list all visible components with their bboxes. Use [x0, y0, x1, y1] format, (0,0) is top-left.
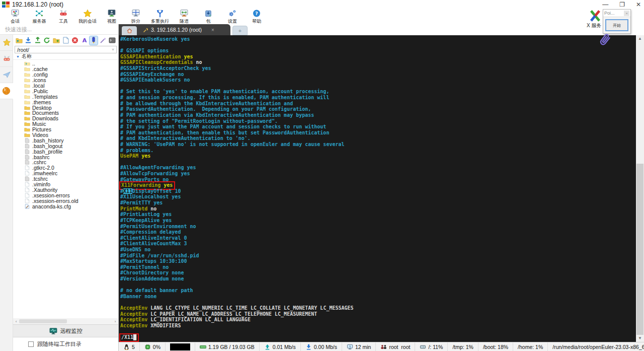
- terminal-line: #VersionAddendum none: [120, 276, 636, 282]
- tab-close-icon[interactable]: ×: [211, 27, 214, 33]
- filetool-download-button[interactable]: [25, 36, 33, 45]
- filetool-exec-button[interactable]: [108, 36, 116, 45]
- file-row[interactable]: .gtkrc-2.0: [13, 165, 118, 171]
- scroll-left-icon[interactable]: ‹: [13, 319, 19, 324]
- terminal-line: #X11UseLocalhost yes: [120, 194, 636, 200]
- file-icon: [24, 193, 30, 198]
- horizontal-scrollbar[interactable]: ‹ ›: [13, 318, 118, 324]
- follow-terminal-dir-checkbox[interactable]: [28, 341, 34, 347]
- file-row[interactable]: .Templates: [13, 94, 118, 99]
- terminal-line: #PidFile /var/run/sshd.pid: [120, 253, 636, 259]
- terminal[interactable]: #KerberosUseKuserok yes # GSSAPI options…: [119, 35, 636, 342]
- file-row[interactable]: .xsession-errors.old: [13, 198, 118, 203]
- file-row[interactable]: .imwheelrc: [13, 171, 118, 176]
- file-row[interactable]: .cshrc: [13, 160, 118, 165]
- file-row[interactable]: .cache: [13, 66, 118, 72]
- terminal-scrollbar[interactable]: ▲ ▼: [636, 35, 644, 342]
- file-row[interactable]: .xsession-errors: [13, 192, 118, 198]
- filetool-edit-button[interactable]: [90, 36, 98, 45]
- file-row[interactable]: Music: [13, 121, 118, 127]
- file-row[interactable]: anaconda-ks.cfg: [13, 203, 118, 209]
- file-row[interactable]: ..: [13, 61, 118, 66]
- file-row[interactable]: .bashrc: [13, 154, 118, 160]
- file-list: ...cache.config.icons.local.Public.Templ…: [13, 61, 118, 318]
- filetool-new-folder-button[interactable]: [52, 36, 60, 45]
- sidebar-tab-tools[interactable]: [0, 51, 13, 67]
- toolbar-tools-button[interactable]: 工具: [51, 9, 75, 24]
- filetool-delete-button[interactable]: [71, 36, 79, 45]
- close-button[interactable]: ✕: [636, 1, 641, 8]
- chevron-down-icon: ˅: [112, 47, 114, 52]
- file-list-header[interactable]: ▼ 名称: [13, 53, 118, 60]
- file-icon: [24, 204, 30, 209]
- terminal-line: #PermitTTY yes: [120, 200, 636, 206]
- filetool-parent-dir-button[interactable]: [15, 36, 23, 45]
- minimize-button[interactable]: —: [602, 1, 608, 8]
- xserver-icon[interactable]: [589, 10, 602, 22]
- toolbar-session-button[interactable]: 会话: [3, 9, 27, 24]
- svg-text:?: ?: [255, 11, 258, 16]
- popup-close-icon[interactable]: ×: [624, 11, 629, 16]
- file-row[interactable]: Downloads: [13, 116, 118, 121]
- file-row[interactable]: .viminfo: [13, 182, 118, 187]
- toolbar-view-button[interactable]: 视图: [100, 9, 124, 24]
- file-row[interactable]: .Xauthority: [13, 187, 118, 192]
- status-uptime: 12 min: [342, 342, 376, 351]
- toolbar-multiexec-button[interactable]: 多重执行: [148, 9, 172, 24]
- toolbar-help-button[interactable]: ?帮助: [245, 9, 269, 24]
- sidebar-tab-sftp[interactable]: [0, 83, 13, 99]
- sidebar-tabstrip: [0, 35, 13, 351]
- file-row[interactable]: Pictures: [13, 127, 118, 132]
- filetool-wand-button[interactable]: [99, 36, 107, 45]
- maximize-button[interactable]: ❐: [619, 1, 625, 8]
- home-tab[interactable]: [122, 26, 137, 35]
- terminal-line: AcceptEnv XMODIFIERS: [120, 323, 636, 329]
- terminal-line: #GSSAPIStrictAcceptorCheck yes: [120, 65, 636, 72]
- toolbar-servers-button[interactable]: 服务器: [27, 9, 51, 24]
- file-row[interactable]: .themes: [13, 99, 118, 105]
- sidebar-tab-macros[interactable]: [0, 67, 13, 83]
- toolbar-packages-button[interactable]: 包: [196, 9, 220, 24]
- xserver-popup-start-button[interactable]: 开始: [605, 19, 628, 31]
- mysessions-icon: [82, 9, 94, 18]
- file-row[interactable]: Documents: [13, 110, 118, 116]
- toolbar-settings-button[interactable]: 设置: [220, 9, 245, 24]
- uptime-icon: [347, 344, 353, 350]
- file-row[interactable]: .bash_profile: [13, 149, 118, 154]
- terminal-line: # and session processing. If this is ena…: [120, 95, 636, 101]
- file-row[interactable]: Videos: [13, 132, 118, 138]
- file-name: anaconda-ks.cfg: [32, 203, 71, 209]
- toolbar-mysessions-button[interactable]: 我的会话: [75, 9, 100, 24]
- users-icon: [380, 344, 387, 350]
- toolbar-tunneling-button[interactable]: 隧道: [172, 9, 196, 24]
- filetool-upload-button[interactable]: [34, 36, 42, 45]
- file-row[interactable]: Desktop: [13, 105, 118, 110]
- scroll-up-icon[interactable]: ▲: [636, 35, 644, 42]
- toolbar-split-button[interactable]: 拆分: [124, 9, 148, 24]
- quick-connect-input[interactable]: 快速连接...: [0, 24, 118, 35]
- filetool-refresh-button[interactable]: [43, 36, 51, 45]
- terminal-line: [120, 299, 636, 305]
- filetool-new-file-button[interactable]: [62, 36, 70, 45]
- remote-monitor-label: 远程监控: [60, 327, 83, 335]
- sidebar-tab-sessions[interactable]: [0, 35, 13, 51]
- file-row[interactable]: .Public: [13, 88, 118, 94]
- file-row[interactable]: .bash_logout: [13, 143, 118, 149]
- file-row[interactable]: .config: [13, 72, 118, 78]
- path-dropdown[interactable]: /root/ ˅: [15, 46, 117, 53]
- scroll-right-icon[interactable]: ›: [112, 319, 118, 324]
- scroll-down-icon[interactable]: ▼: [636, 335, 644, 342]
- remote-monitor-button[interactable]: 远程监控: [13, 324, 118, 337]
- vscroll-thumb[interactable]: [636, 164, 643, 335]
- terminal-line: [120, 42, 636, 48]
- file-icon: [24, 160, 30, 165]
- file-row[interactable]: .bash_history: [13, 137, 118, 143]
- active-session-tab[interactable]: 3. 192.168.1.20 (root) ×: [139, 27, 214, 33]
- hscroll-thumb[interactable]: [19, 319, 67, 323]
- new-tab-button[interactable]: +: [232, 26, 248, 35]
- filetool-rename-button[interactable]: A: [80, 36, 89, 45]
- file-row[interactable]: .icons: [13, 78, 118, 83]
- file-row[interactable]: .local: [13, 83, 118, 89]
- folder-up-icon: [24, 61, 30, 66]
- file-row[interactable]: .tcshrc: [13, 176, 118, 182]
